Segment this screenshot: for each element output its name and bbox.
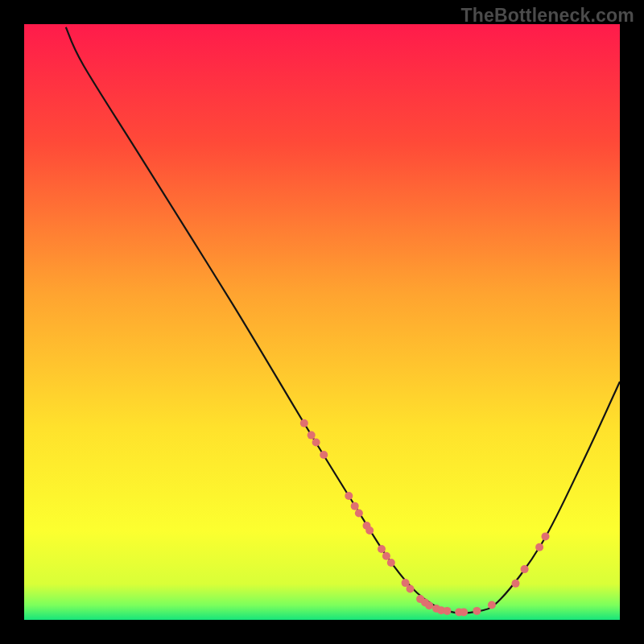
background-gradient xyxy=(24,24,620,620)
plot-area xyxy=(24,24,620,620)
chart-stage: TheBottleneck.com xyxy=(0,0,644,644)
svg-rect-0 xyxy=(24,24,620,620)
watermark-text: TheBottleneck.com xyxy=(460,5,634,27)
